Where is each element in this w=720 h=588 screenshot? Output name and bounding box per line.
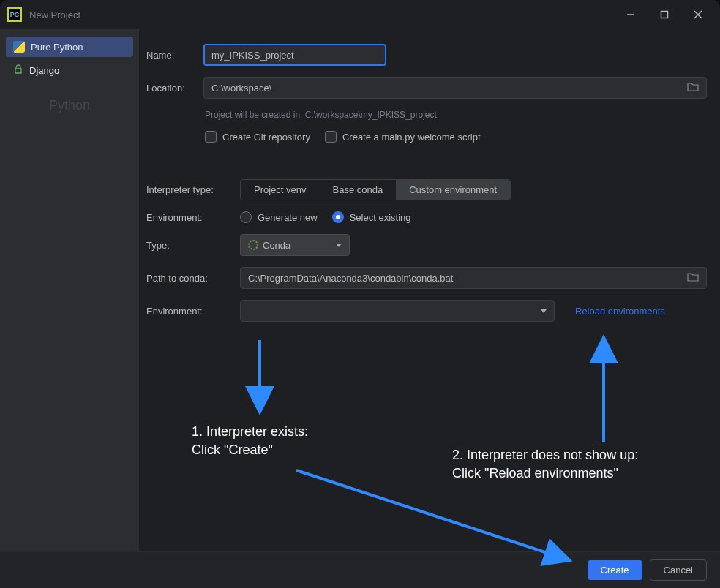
location-input[interactable]: C:\workspace\ [203,77,707,99]
location-value: C:\workspace\ [211,83,271,94]
reload-environments-link[interactable]: Reload environments [575,306,665,317]
environment-select-label: Environment: [146,306,234,317]
name-row: Name: my_IPKISS_project [146,44,707,66]
conda-icon [248,240,258,250]
folder-icon[interactable] [687,82,699,94]
sidebar-item-label: Django [29,65,59,76]
minimize-button[interactable] [622,6,640,23]
window-controls [622,6,713,23]
radio-generate-new[interactable]: Generate new [240,211,318,223]
path-to-conda-row: Path to conda: C:\ProgramData\Anaconda3\… [146,267,707,289]
python-icon [13,41,25,53]
project-path-hint: Project will be created in: C:\workspace… [146,110,707,120]
create-mainpy-checkbox[interactable]: Create a main.py welcome script [325,131,481,143]
checkbox-row: Create Git repository Create a main.py w… [146,131,707,143]
interpreter-type-segmented: Project venv Base conda Custom environme… [240,179,511,200]
checkbox-box [205,131,217,143]
seg-custom-env[interactable]: Custom environment [396,180,510,200]
new-project-window: PC New Project Pure Python Python [0,0,720,588]
lock-icon [13,64,23,77]
close-button[interactable] [689,6,707,23]
name-value: my_IPKISS_project [211,50,294,61]
type-row: Type: Conda [146,234,707,256]
sidebar-item-label: Pure Python [31,42,83,53]
annotation-text-1: 1. Interpreter exists: Click "Create" [192,423,308,459]
pycharm-icon: PC [7,7,22,22]
titlebar: PC New Project [0,0,720,29]
location-row: Location: C:\workspace\ [146,77,707,99]
seg-base-conda[interactable]: Base conda [320,180,397,200]
sidebar-watermark: Python [0,98,139,113]
checkbox-box [325,131,337,143]
maximize-button[interactable] [656,6,673,23]
annotation-text-2: 2. Interpreter does not show up: Click "… [452,446,638,483]
seg-project-venv[interactable]: Project venv [241,180,320,200]
path-to-conda-input[interactable]: C:\ProgramData\Anaconda3\condabin\conda.… [240,267,707,289]
radio-label: Generate new [258,212,318,223]
svg-rect-1 [661,12,668,18]
folder-icon[interactable] [687,272,699,284]
radio-select-existing[interactable]: Select existing [332,211,411,223]
location-label: Location: [146,83,198,94]
environment-dropdown[interactable] [240,300,555,322]
radio-circle [240,211,252,223]
path-value: C:\ProgramData\Anaconda3\condabin\conda.… [248,273,453,284]
sidebar: Pure Python Python Django [0,29,139,551]
environment-select-row: Environment: Reload environments [146,300,707,322]
type-dropdown[interactable]: Conda [240,234,350,256]
checkbox-label: Create Git repository [222,132,310,143]
type-label: Type: [146,240,234,251]
type-value: Conda [263,240,290,251]
create-git-checkbox[interactable]: Create Git repository [205,131,310,143]
environment-mode-label: Environment: [146,212,234,223]
radio-group: Generate new Select existing [240,211,411,223]
interpreter-type-label: Interpreter type: [146,184,234,195]
radio-circle [332,211,344,223]
window-title: New Project [29,10,80,20]
cancel-button[interactable]: Cancel [650,559,707,581]
sidebar-item-django[interactable]: Django [6,60,133,81]
environment-mode-row: Environment: Generate new Select existin… [146,211,707,223]
sidebar-item-pure-python[interactable]: Pure Python [6,37,133,57]
name-label: Name: [146,50,198,61]
name-input[interactable]: my_IPKISS_project [203,44,386,66]
radio-label: Select existing [350,212,411,223]
footer: Create Cancel [0,551,720,588]
path-to-conda-label: Path to conda: [146,273,234,284]
create-button[interactable]: Create [588,560,642,580]
interpreter-type-row: Interpreter type: Project venv Base cond… [146,179,707,200]
checkbox-label: Create a main.py welcome script [342,132,481,143]
